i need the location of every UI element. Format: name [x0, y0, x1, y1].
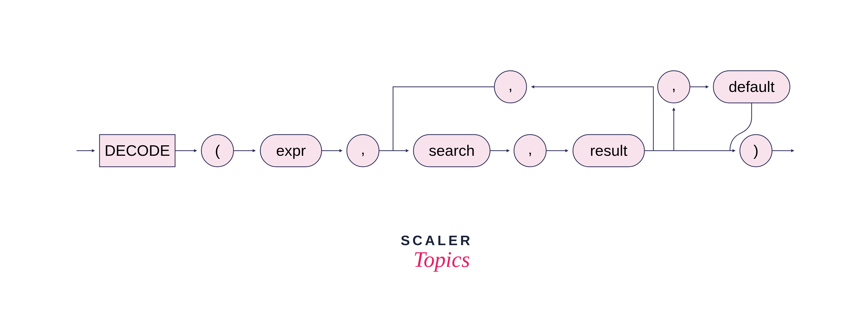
scaler-logo-text: SCALER — [401, 233, 473, 248]
close-paren-label: ) — [753, 142, 758, 159]
comma2-label: , — [528, 140, 532, 158]
search-label: search — [429, 142, 475, 159]
open-paren-label: ( — [215, 142, 220, 159]
comma-loop-label: , — [508, 77, 513, 94]
default-label: default — [728, 78, 775, 95]
expr-label: expr — [276, 142, 306, 159]
topics-logo-text: Topics — [413, 247, 470, 272]
comma-default-label: , — [672, 77, 676, 94]
result-label: result — [590, 142, 628, 159]
syntax-diagram: DECODE ( expr , search , result ) , , — [0, 0, 868, 309]
comma1-label: , — [361, 140, 365, 158]
decode-label: DECODE — [105, 142, 170, 159]
